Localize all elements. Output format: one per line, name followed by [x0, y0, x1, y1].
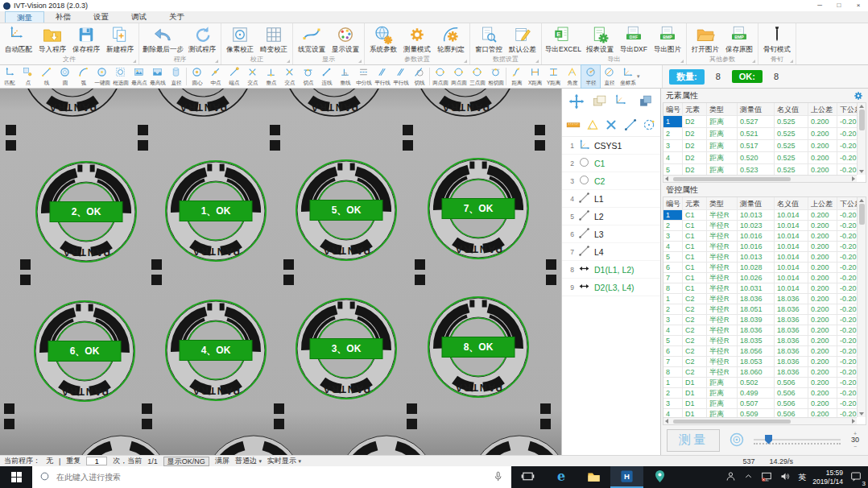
slider-decrease[interactable]: − [854, 444, 857, 449]
ribbon-button-doc-magnifier[interactable]: 窗口管控 [472, 24, 506, 55]
table-row[interactable]: 2D1距离0.4990.5060.200-0.20 [663, 388, 857, 399]
table-row[interactable]: 4C2半径R18.03618.0360.200-0.20 [663, 325, 857, 336]
tool-tangent-line[interactable]: 切线 [410, 65, 428, 88]
ribbon-button-pad-pencil[interactable]: 默认公差 [506, 24, 539, 55]
table-row[interactable]: 7C2半径R18.05318.0360.200-0.20 [663, 357, 857, 367]
fullscreen-button[interactable]: 满屏 [215, 456, 229, 466]
element-list-item[interactable]: 2C1 [562, 155, 660, 172]
ribbon-button-save[interactable]: 保存程序 [69, 24, 103, 55]
tool-csys[interactable]: 坐标系 [618, 65, 637, 88]
ribbon-button-bmp[interactable]: BMP导出图片 [651, 24, 684, 55]
taskbar-search[interactable] [32, 466, 511, 488]
close-button[interactable]: × [849, 0, 868, 11]
tool-ring3dot[interactable]: 三点圆 [468, 65, 486, 88]
tool-dist[interactable]: 距离 [507, 65, 526, 88]
gray-threshold-slider[interactable] [754, 432, 841, 449]
tool-mid-point[interactable]: 中点 [206, 65, 225, 88]
ribbon-button-refresh[interactable]: 测试程序 [185, 24, 219, 55]
start-button[interactable] [0, 466, 32, 488]
delete-x-icon[interactable] [604, 118, 618, 134]
ribbon-button-palette[interactable]: 显示设置 [329, 24, 362, 55]
tool-radius[interactable]: 半径 [581, 65, 600, 88]
tool-axes[interactable]: 匹配 [0, 65, 19, 88]
tool-angle[interactable]: 角度 [563, 65, 581, 88]
ribbon-button-gear-arc[interactable]: 轮廓判定 [434, 24, 468, 55]
tool-mid-line[interactable]: 中分线 [354, 65, 373, 88]
network-icon[interactable] [760, 470, 773, 485]
tool-ydist[interactable]: Y距离 [544, 65, 563, 88]
target-icon[interactable] [727, 430, 746, 451]
edge-app-icon[interactable]: e [544, 466, 577, 488]
show-ok-ng-button[interactable]: 显示OK/NG [163, 457, 209, 466]
tool-ring[interactable]: 圆 [56, 65, 74, 88]
map-pin-app-icon[interactable] [643, 466, 676, 488]
file-explorer-icon[interactable] [577, 466, 610, 488]
table-row[interactable]: 3D2距离0.5170.5250.200-0.20 [663, 140, 857, 152]
notification-icon[interactable]: 3 [849, 470, 862, 485]
layers-icon[interactable] [592, 93, 608, 111]
tool-ring-center[interactable]: 圆心 [188, 65, 206, 88]
element-list-item[interactable]: 3C2 [562, 172, 660, 190]
chevron-up-icon[interactable] [743, 471, 754, 483]
tool-ring-tan[interactable]: 相切圆 [486, 65, 505, 88]
tool-x-point[interactable]: 交点 [280, 65, 299, 88]
taskbar-clock[interactable]: 15:592019/1/14 [812, 469, 843, 485]
table-row[interactable]: 5C1半径R10.01310.0140.200-0.20 [663, 252, 857, 263]
ribbon-button-excel[interactable]: E导出EXCEL [544, 24, 583, 55]
tool-xdist[interactable]: X距离 [526, 65, 544, 88]
tool-parallel[interactable]: 平行线 [391, 65, 410, 88]
ribbon-button-pin[interactable]: 骨钉模式 [760, 24, 794, 55]
live-display-dropdown[interactable]: 实时显示 ▾ [267, 456, 301, 466]
table-row[interactable]: 2C2半径R18.05118.0360.200-0.20 [663, 304, 857, 315]
tool-line[interactable]: 线 [37, 65, 56, 88]
minimize-button[interactable]: ─ [810, 0, 829, 11]
tool-point[interactable]: 点 [19, 65, 37, 88]
table-row[interactable]: 1D2距离0.5270.5250.200-0.20 [663, 116, 857, 128]
tool-perp-line[interactable]: 垂线 [336, 65, 354, 88]
tool-end-point[interactable]: 端点 [225, 65, 243, 88]
table-row[interactable]: 3D1距离0.5070.5060.200-0.20 [663, 399, 857, 409]
element-list-item[interactable]: 8D1(L1, L2) [562, 261, 660, 279]
csys-big-icon[interactable] [614, 93, 630, 111]
tool-x-point[interactable]: 交点 [243, 65, 262, 88]
element-list-item[interactable]: 6L3 [562, 225, 660, 243]
menu-tab-2[interactable]: 补偿 [44, 11, 82, 23]
tool-img[interactable]: 最高点 [130, 65, 148, 88]
menu-tab-3[interactable]: 设置 [82, 11, 120, 23]
tool-ring2dot[interactable]: 两点圆 [431, 65, 449, 88]
element-list-item[interactable]: 1CSYS1 [562, 137, 660, 155]
settings-gear-icon[interactable] [854, 91, 863, 101]
table-row[interactable]: 6C1半径R10.02810.0140.200-0.20 [663, 263, 857, 273]
ribbon-button-folder-import[interactable]: 导入程序 [35, 24, 69, 55]
table-row[interactable]: 5D2距离0.5230.5250.200-0.20 [663, 164, 857, 175]
table-row[interactable]: 3C1半径R10.01610.0140.200-0.20 [663, 231, 857, 242]
tool-perp-point[interactable]: 垂点 [262, 65, 280, 88]
ribbon-button-undo[interactable]: 删除最后一步 [141, 24, 185, 55]
horizontal-scrollbar[interactable] [663, 417, 857, 424]
table-row[interactable]: 8C2半径R18.06018.0360.200-0.20 [663, 367, 857, 378]
vertical-scrollbar[interactable] [857, 197, 866, 417]
ribbon-button-grid-cal[interactable]: 畸变校正 [257, 24, 291, 55]
tool-parallel[interactable]: 平行线 [373, 65, 391, 88]
table-row[interactable]: 6C2半径R18.05618.0360.200-0.20 [663, 346, 857, 357]
person-icon[interactable] [725, 470, 737, 484]
table-row[interactable]: 8C1半径R10.03110.0140.200-0.20 [663, 283, 857, 294]
element-list-item[interactable]: 4L1 [562, 190, 660, 208]
move-icon[interactable] [568, 93, 585, 111]
edge-mode-dropdown[interactable]: 普通边 ▾ [235, 456, 262, 466]
menu-tab-1[interactable]: 测量 [5, 11, 44, 23]
mic-icon[interactable] [492, 470, 504, 484]
task-view-button[interactable] [511, 466, 544, 488]
table-row[interactable]: 7C1半径R10.02610.0140.200-0.20 [663, 273, 857, 283]
table-row[interactable]: 2C1半径R10.02310.0140.200-0.20 [663, 221, 857, 231]
maximize-button[interactable]: □ [829, 0, 849, 11]
ime-indicator[interactable]: 英 [798, 472, 806, 483]
table-row[interactable]: 5C2半径R18.03518.0360.200-0.20 [663, 336, 857, 346]
ribbon-button-line-width[interactable]: 线宽设置 [295, 24, 329, 55]
tool-img-wave[interactable]: 最高线 [148, 65, 167, 88]
measure-button[interactable]: 测量 [667, 429, 720, 452]
camera-image-view[interactable]: PANTRAPANTRAPANTRAPANTRAPANTRA2、OKPANTRA… [0, 89, 561, 455]
element-list-item[interactable]: 9D2(L3, L4) [562, 279, 660, 296]
table-row[interactable]: 4D1距离0.5090.5060.200-0.20 [663, 409, 857, 417]
rot-circle-icon[interactable] [642, 118, 656, 134]
